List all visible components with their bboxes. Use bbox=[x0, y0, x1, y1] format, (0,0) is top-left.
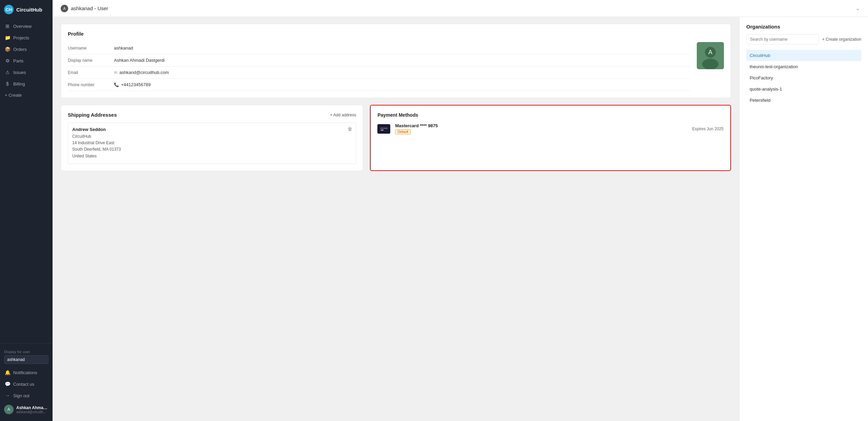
default-badge: Default bbox=[395, 129, 411, 134]
add-address-button[interactable]: + Add address bbox=[330, 113, 356, 117]
phone-icon: 📞 bbox=[114, 82, 119, 87]
signout-icon: → bbox=[5, 393, 10, 398]
field-value-email: ✉ ashkand@circuithub.com bbox=[114, 70, 169, 75]
field-email: Email ✉ ashkand@circuithub.com bbox=[68, 66, 690, 79]
user-name: Ashkan Ahmadi Dastgerdi bbox=[16, 405, 48, 410]
profile-title: Profile bbox=[68, 31, 724, 37]
sidebar-logo: CH CircuitHub bbox=[0, 0, 53, 19]
org-item-circuithub[interactable]: CircuitHub bbox=[746, 50, 861, 61]
avatar-image-large: A bbox=[697, 42, 724, 69]
header-left: A ashkanad - User bbox=[61, 5, 108, 12]
field-label-displayname: Display name bbox=[68, 58, 108, 63]
card-number: Mastercard **** 9875 bbox=[395, 123, 687, 128]
payment-card: Payment Methods Mastercard **** 9875 Def… bbox=[370, 105, 731, 171]
parts-icon: ⚙ bbox=[5, 58, 10, 63]
profile-card: Profile Username ashkanad Display name A… bbox=[61, 24, 731, 98]
card-expiry: Expires Jun 2025 bbox=[692, 127, 724, 131]
search-input[interactable] bbox=[746, 34, 819, 44]
sidebar-item-overview[interactable]: ⊞ Overview bbox=[0, 20, 53, 32]
issues-icon: ⚠ bbox=[5, 70, 10, 75]
card-details: Mastercard **** 9875 Default bbox=[395, 123, 687, 134]
email-icon: ✉ bbox=[114, 70, 117, 75]
delete-address-button[interactable]: 🗑 bbox=[348, 126, 352, 132]
display-for-user-section: Display for user bbox=[0, 347, 53, 367]
address-name: Andrew Seddon bbox=[72, 127, 352, 132]
sidebar-item-issues[interactable]: ⚠ Issues bbox=[0, 66, 53, 78]
page-title: ashkanad - User bbox=[71, 5, 108, 11]
sidebar-bottom: Display for user 🔔 Notifications 💬 Conta… bbox=[0, 343, 53, 421]
field-value-phone: 📞 +44123456789 bbox=[114, 82, 151, 87]
address-line-3: South Deerfield, MA 01373 bbox=[72, 146, 352, 153]
shipping-title: Shipping Addresses bbox=[68, 112, 117, 118]
sidebar-label-parts: Parts bbox=[13, 58, 23, 63]
org-item-quote-analysis[interactable]: quote-analysis-1 bbox=[746, 83, 861, 95]
svg-text:A: A bbox=[708, 49, 712, 56]
shipping-payment-row: Shipping Addresses + Add address Andrew … bbox=[61, 105, 731, 171]
body-layout: Profile Username ashkanad Display name A… bbox=[53, 17, 868, 421]
sidebar-label-projects: Projects bbox=[13, 35, 29, 40]
main-content: A ashkanad - User ⌄ Profile Username ash… bbox=[53, 0, 868, 421]
sidebar-item-orders[interactable]: 📦 Orders bbox=[0, 43, 53, 55]
payment-title: Payment Methods bbox=[377, 112, 724, 118]
org-item-petersfield[interactable]: Petersfield bbox=[746, 95, 861, 106]
profile-avatar: A bbox=[697, 42, 724, 69]
sidebar-label-signout: Sign out bbox=[13, 393, 29, 398]
sidebar-label-billing: Billing bbox=[13, 81, 25, 87]
display-for-user-input[interactable] bbox=[4, 355, 48, 364]
field-label-username: Username bbox=[68, 46, 108, 51]
user-info: Ashkan Ahmadi Dastgerdi ashkand@circuith… bbox=[16, 405, 48, 414]
shipping-header: Shipping Addresses + Add address bbox=[68, 112, 356, 118]
sidebar-item-signout[interactable]: → Sign out bbox=[0, 390, 53, 401]
chevron-down-icon[interactable]: ⌄ bbox=[855, 5, 860, 12]
avatar: A bbox=[4, 405, 14, 414]
field-username: Username ashkanad bbox=[68, 42, 690, 54]
sidebar-user: A Ashkan Ahmadi Dastgerdi ashkand@circui… bbox=[0, 401, 53, 418]
header: A ashkanad - User ⌄ bbox=[53, 0, 868, 17]
sidebar-label-contact: Contact us bbox=[13, 382, 34, 387]
sidebar-label-overview: Overview bbox=[13, 24, 32, 29]
sidebar-item-create[interactable]: + Create bbox=[0, 90, 53, 101]
sidebar-label-notifications: Notifications bbox=[13, 370, 37, 375]
contact-icon: 💬 bbox=[5, 381, 10, 387]
sidebar-item-projects[interactable]: 📁 Projects bbox=[0, 32, 53, 43]
address-line-2: 14 Industrial Drive East bbox=[72, 140, 352, 146]
right-panel: Organizations + Create organization Circ… bbox=[739, 17, 868, 421]
sidebar: CH CircuitHub ⊞ Overview 📁 Projects 📦 Or… bbox=[0, 0, 53, 421]
header-right: ⌄ bbox=[855, 5, 860, 12]
address-line-4: United States bbox=[72, 153, 352, 159]
organizations-title: Organizations bbox=[746, 24, 861, 30]
logo-text: CircuitHub bbox=[16, 7, 42, 13]
billing-icon: $ bbox=[5, 81, 10, 87]
center-panel: Profile Username ashkanad Display name A… bbox=[53, 17, 739, 421]
payment-method-row: Mastercard **** 9875 Default Expires Jun… bbox=[377, 123, 724, 134]
sidebar-label-orders: Orders bbox=[13, 47, 27, 52]
org-item-picofactory[interactable]: PicoFactory bbox=[746, 72, 861, 83]
credit-card-icon bbox=[377, 124, 390, 134]
org-list: CircuitHub theunis-test-organization Pic… bbox=[746, 50, 861, 106]
field-phone: Phone number 📞 +44123456789 bbox=[68, 79, 690, 91]
field-value-displayname: Ashkan Ahmadi Dastgerdi bbox=[114, 58, 165, 63]
notifications-icon: 🔔 bbox=[5, 370, 10, 375]
org-item-theunis[interactable]: theunis-test-organization bbox=[746, 61, 861, 72]
header-user-icon: A bbox=[61, 5, 68, 12]
shipping-card: Shipping Addresses + Add address Andrew … bbox=[61, 105, 363, 171]
projects-icon: 📁 bbox=[5, 35, 10, 40]
logo-icon: CH bbox=[4, 5, 14, 14]
svg-rect-7 bbox=[380, 128, 388, 129]
sidebar-nav: ⊞ Overview 📁 Projects 📦 Orders ⚙ Parts ⚠… bbox=[0, 19, 53, 343]
sidebar-item-billing[interactable]: $ Billing bbox=[0, 78, 53, 90]
profile-grid: Username ashkanad Display name Ashkan Ah… bbox=[68, 42, 724, 91]
field-value-username: ashkanad bbox=[114, 45, 133, 51]
svg-point-4 bbox=[702, 59, 718, 69]
sidebar-item-notifications[interactable]: 🔔 Notifications bbox=[0, 367, 53, 378]
create-org-button[interactable]: + Create organization bbox=[822, 37, 861, 42]
sidebar-item-parts[interactable]: ⚙ Parts bbox=[0, 55, 53, 66]
org-search-row: + Create organization bbox=[746, 34, 861, 44]
field-displayname: Display name Ashkan Ahmadi Dastgerdi bbox=[68, 54, 690, 66]
field-label-email: Email bbox=[68, 70, 108, 75]
orders-icon: 📦 bbox=[5, 46, 10, 52]
svg-rect-8 bbox=[381, 130, 383, 131]
sidebar-label-create: + Create bbox=[5, 93, 22, 98]
sidebar-item-contact[interactable]: 💬 Contact us bbox=[0, 378, 53, 390]
user-email: ashkand@circuithub.com bbox=[16, 410, 48, 414]
